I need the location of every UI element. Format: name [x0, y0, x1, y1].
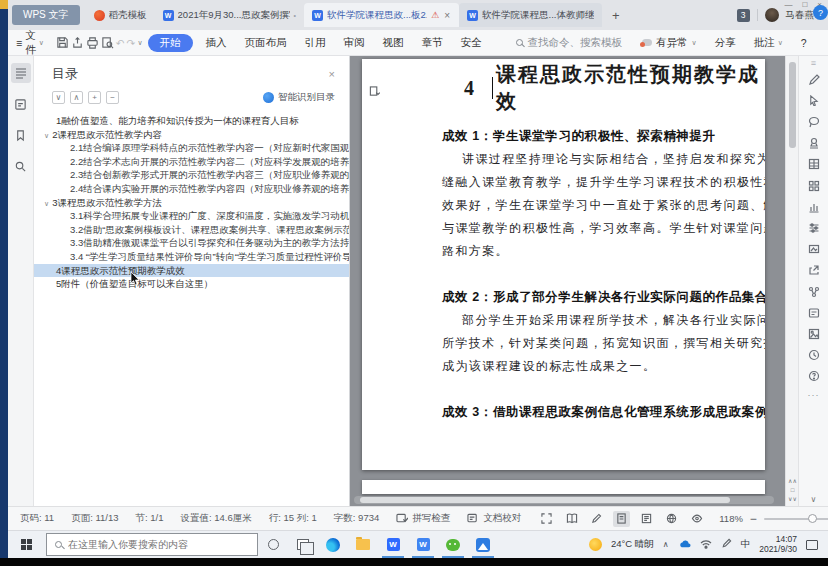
card-panel-icon[interactable] — [805, 305, 823, 320]
rail-collapse-icon[interactable]: ∨ — [811, 495, 817, 504]
taskbar-search-input[interactable] — [68, 539, 228, 550]
toc-item-selected[interactable]: 4课程思政示范性预期教学成效 — [34, 264, 349, 278]
rail-handle-icon[interactable]: ≡ — [811, 60, 816, 66]
tab-home[interactable]: 开始 — [148, 34, 193, 52]
history-clock-icon[interactable] — [805, 348, 823, 363]
toc-item[interactable]: 2.3结合创新教学形式开展的示范性教学内容三（对应职业修养观的培养目标——… — [34, 168, 349, 182]
toc-item[interactable]: 3.1科学合理拓展专业课程的广度、深度和温度，实施激发学习动机的教学方法 — [34, 209, 349, 223]
zoom-value[interactable]: 118% — [719, 513, 743, 524]
tray-expand-icon[interactable]: ∧ — [663, 540, 669, 549]
spellcheck-button[interactable]: 拼写检查 — [396, 512, 450, 525]
collapse-all-button[interactable]: ∨ — [52, 91, 65, 104]
prev-page-button[interactable]: ∧∧ — [788, 479, 797, 484]
export-share-icon[interactable] — [805, 263, 823, 278]
toc-item[interactable]: ∨3课程思政示范性教学方法 — [34, 196, 349, 210]
heading-collapse-icon[interactable] — [369, 83, 380, 101]
picture-tool-icon[interactable] — [805, 326, 823, 341]
assistant-bubble[interactable]: ? — [813, 5, 828, 20]
weather-sun-icon[interactable] — [589, 538, 602, 551]
write-mode-icon[interactable] — [588, 511, 605, 527]
action-center-icon[interactable] — [806, 540, 818, 550]
more-menu-button[interactable]: ⋮ — [817, 37, 828, 49]
toc-item[interactable]: 2.2结合学术志向开展的示范性教学内容二（对应科学发展观的培养目标） — [34, 155, 349, 169]
redo-button[interactable]: ↷ — [127, 34, 136, 52]
edge-app-button[interactable] — [318, 531, 348, 558]
start-button[interactable] — [8, 531, 46, 558]
tab-security[interactable]: 安全 — [453, 34, 490, 52]
vertical-scrollbar[interactable]: ∧∧ □ ∨∨ — [785, 56, 798, 506]
wechat-button[interactable] — [438, 531, 468, 558]
undo-button[interactable]: ↶ — [116, 34, 125, 52]
weather-text[interactable]: 24°C 晴朗 — [611, 538, 654, 551]
print-button[interactable] — [86, 34, 99, 52]
wps-writer-button[interactable]: W — [408, 531, 438, 558]
horizontal-scrollbar[interactable] — [354, 496, 774, 504]
toc-item[interactable]: 1融价值塑造、能力培养和知识传授为一体的课程育人目标 — [34, 114, 349, 128]
notes-icon[interactable] — [11, 94, 31, 114]
onedrive-icon[interactable] — [678, 539, 691, 550]
toc-item[interactable]: 3.3借助精准微观课堂平台以引导探究和任务驱动为主的教学方法持续推进情况 — [34, 236, 349, 250]
app-tab[interactable]: WPS 文字 — [12, 5, 80, 25]
proofread-button[interactable]: 文档校对 — [467, 512, 521, 525]
minimize-button[interactable]: — — [784, 0, 792, 10]
save-button[interactable] — [56, 34, 69, 52]
comment-button[interactable]: 批注 ∨ — [746, 36, 791, 50]
read-mode-icon[interactable] — [563, 511, 580, 527]
pen-input-icon[interactable] — [721, 538, 732, 551]
file-explorer-button[interactable] — [348, 531, 378, 558]
image-edit-icon[interactable] — [805, 242, 823, 257]
select-tool-icon[interactable] — [805, 93, 823, 108]
toc-item[interactable]: 2.1结合编译原理学科特点的示范性教学内容一（对应新时代家国观的培养目标） — [34, 141, 349, 155]
toc-item[interactable]: ∨2课程思政示范性教学内容 — [34, 128, 349, 142]
help-button[interactable]: ? — [793, 37, 815, 49]
settings-sliders-icon[interactable] — [805, 221, 823, 236]
cortana-button[interactable] — [258, 531, 288, 558]
doc-tab-1[interactable]: W 2021年9月30...思政案例撰写专题会 • — [155, 3, 304, 27]
eye-protect-icon[interactable] — [688, 511, 705, 527]
smart-toc-button[interactable]: 智能识别目录 — [263, 91, 335, 104]
tab-references[interactable]: 引用 — [297, 34, 334, 52]
bookmark-icon[interactable] — [11, 125, 31, 145]
wps-docs-button[interactable]: W — [378, 531, 408, 558]
maximize-button[interactable]: □ — [802, 0, 807, 10]
docs-count-badge[interactable]: 3 — [737, 9, 750, 22]
new-tab-button[interactable]: + — [602, 8, 630, 23]
tab-section[interactable]: 章节 — [414, 34, 451, 52]
fullscreen-view-icon[interactable] — [538, 511, 555, 527]
zoom-slider-knob[interactable] — [808, 514, 817, 523]
pen-tool-icon[interactable] — [805, 72, 823, 87]
command-search[interactable]: 查找命令、搜索模板 — [506, 36, 633, 50]
tab-review[interactable]: 审阅 — [336, 34, 373, 52]
toc-item[interactable]: 5附件（价值塑造目标可以来自这里） — [34, 277, 349, 291]
doc-tab-docer[interactable]: 稻壳模板 — [86, 3, 155, 27]
page-view-icon[interactable] — [613, 511, 630, 527]
outline-view-icon[interactable] — [638, 511, 655, 527]
doc-tab-2-active[interactable]: W 软件学院课程思政...板2.0-马春燕 ⚠ × — [304, 3, 459, 27]
toc-item[interactable]: 3.4 “学生学习质量结果性评价导向”转向“学生学习质量过程性评价导向”的教… — [34, 250, 349, 264]
user-avatar[interactable] — [765, 8, 779, 22]
zoom-in-toc-button[interactable]: + — [88, 91, 101, 104]
zoom-out-button[interactable]: − — [750, 512, 757, 526]
doc-tab-3[interactable]: W 软件学院课程思...体教师继续完善 — [459, 3, 602, 27]
seal-stamp-icon[interactable] — [805, 136, 823, 151]
user-name[interactable]: 马春燕 — [786, 9, 815, 22]
page-select-button[interactable]: □ — [791, 488, 795, 493]
tab-page-layout[interactable]: 页面布局 — [237, 34, 295, 52]
zoom-slider[interactable] — [764, 518, 828, 520]
status-word-count[interactable]: 字数: 9734 — [334, 512, 379, 525]
file-menu[interactable]: ≡ 文件 ∨ — [16, 29, 54, 57]
zoom-out-toc-button[interactable]: − — [106, 91, 119, 104]
toc-close-icon[interactable]: × — [329, 68, 335, 80]
share-button[interactable]: 分享 — [707, 36, 744, 50]
lasso-tool-icon[interactable] — [805, 115, 823, 130]
help-circle-icon[interactable] — [805, 369, 823, 384]
network-icon[interactable] — [700, 539, 712, 551]
more-tools-icon[interactable]: ··· — [808, 390, 820, 400]
taskbar-clock[interactable]: 14:07 2021/9/30 — [759, 535, 797, 554]
meeting-app-button[interactable] — [468, 531, 498, 558]
sync-status-button[interactable]: 有异常 ∨ — [634, 36, 705, 50]
desktop-shortcut-icon[interactable] — [0, 0, 8, 9]
export-button[interactable] — [71, 34, 84, 52]
web-view-icon[interactable] — [663, 511, 680, 527]
table-tool-icon[interactable] — [805, 157, 823, 172]
